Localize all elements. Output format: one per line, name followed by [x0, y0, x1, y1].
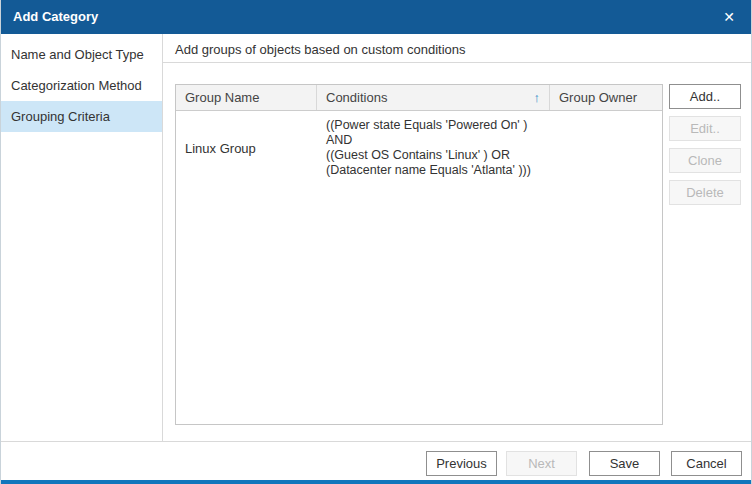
add-button[interactable]: Add..: [669, 84, 741, 109]
grouping-criteria-table: Group Name Conditions ↑ Group Owner Linu…: [175, 84, 663, 425]
wizard-steps-sidebar: Name and Object Type Categorization Meth…: [1, 34, 163, 441]
sidebar-item-label: Grouping Criteria: [11, 109, 110, 124]
clone-button: Clone: [669, 148, 741, 173]
previous-button[interactable]: Previous: [426, 451, 497, 476]
save-button[interactable]: Save: [589, 451, 660, 476]
description-separator: [163, 62, 751, 63]
sidebar-item-grouping-criteria[interactable]: Grouping Criteria: [1, 101, 162, 132]
title-bar: Add Category ✕: [1, 0, 751, 34]
table-header: Group Name Conditions ↑ Group Owner: [176, 85, 662, 111]
sort-ascending-icon: ↑: [534, 90, 541, 105]
column-header-group-name[interactable]: Group Name: [176, 85, 317, 110]
sidebar-item-categorization-method[interactable]: Categorization Method: [1, 70, 162, 101]
column-header-conditions[interactable]: Conditions ↑: [317, 85, 550, 110]
footer-separator: [1, 441, 751, 442]
table-row[interactable]: Linux Group ((Power state Equals 'Powere…: [176, 111, 662, 185]
add-category-dialog: Add Category ✕ Name and Object Type Cate…: [0, 0, 752, 484]
dialog-title: Add Category: [13, 0, 98, 34]
edit-button: Edit..: [669, 116, 741, 141]
sidebar-item-label: Categorization Method: [11, 78, 142, 93]
delete-button: Delete: [669, 180, 741, 205]
column-header-group-owner[interactable]: Group Owner: [550, 85, 662, 110]
condition-line: ((Power state Equals 'Powered On' ) AND: [326, 118, 541, 148]
sidebar-item-name-and-object-type[interactable]: Name and Object Type: [1, 39, 162, 70]
condition-line: ((Guest OS Contains 'Linux' ) OR: [326, 148, 541, 163]
cell-group-name: Linux Group: [176, 111, 317, 185]
condition-line: (Datacenter name Equals 'Atlanta' ))): [326, 163, 541, 178]
close-icon[interactable]: ✕: [707, 0, 751, 34]
page-description: Add groups of objects based on custom co…: [175, 42, 466, 57]
cancel-button[interactable]: Cancel: [671, 451, 742, 476]
next-button: Next: [506, 451, 577, 476]
cell-group-owner: [550, 111, 662, 185]
sidebar-item-label: Name and Object Type: [11, 47, 144, 62]
cell-conditions: ((Power state Equals 'Powered On' ) AND …: [317, 111, 550, 185]
dialog-bottom-accent: [1, 480, 751, 484]
